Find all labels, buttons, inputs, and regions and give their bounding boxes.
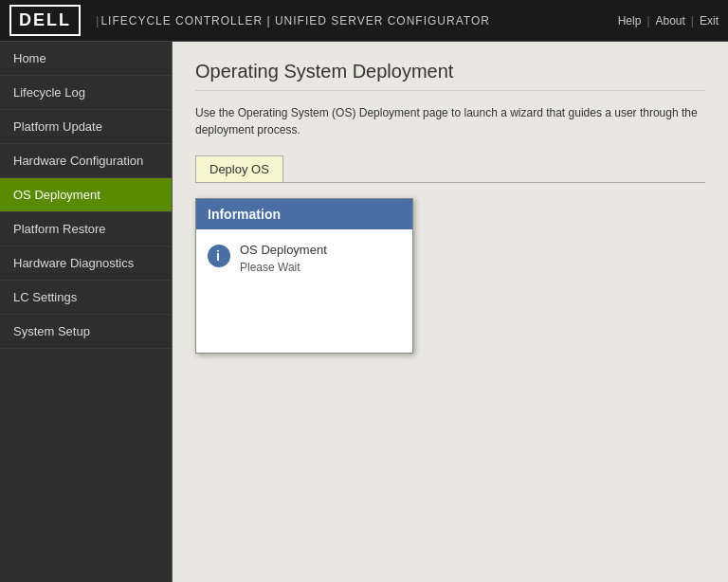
help-link[interactable]: Help	[618, 14, 642, 27]
sidebar-item-home[interactable]: Home	[0, 42, 172, 76]
exit-link[interactable]: Exit	[700, 14, 719, 27]
info-dialog-header: Information	[196, 199, 412, 229]
header-title: LIFECYCLE CONTROLLER | UNIFIED SERVER CO…	[100, 14, 490, 27]
sidebar-item-platform-restore[interactable]: Platform Restore	[0, 212, 172, 246]
sidebar-item-lc-settings[interactable]: LC Settings	[0, 281, 172, 315]
dell-logo: DELL	[9, 5, 81, 36]
app-name: LIFECYCLE CONTROLLER	[100, 14, 263, 27]
tab-row: Deploy OS	[195, 155, 705, 182]
header-separator-1: |	[96, 13, 99, 27]
info-text-block: OS Deployment Please Wait	[240, 243, 327, 274]
sidebar: HomeLifecycle LogPlatform UpdateHardware…	[0, 42, 173, 582]
info-os-label: OS Deployment	[240, 243, 327, 257]
content-area: Operating System Deployment Use the Oper…	[173, 42, 728, 582]
page-description: Use the Operating System (OS) Deployment…	[195, 104, 705, 138]
sidebar-item-hardware-configuration[interactable]: Hardware Configuration	[0, 144, 172, 178]
sidebar-item-lifecycle-log[interactable]: Lifecycle Log	[0, 76, 172, 110]
app-sub: UNIFIED SERVER CONFIGURATOR	[275, 14, 490, 27]
info-dialog-row: i OS Deployment Please Wait	[208, 243, 401, 274]
info-dialog-body: i OS Deployment Please Wait	[196, 229, 412, 353]
sidebar-item-hardware-diagnostics[interactable]: Hardware Diagnostics	[0, 246, 172, 281]
deploy-os-tab[interactable]: Deploy OS	[195, 155, 283, 182]
sidebar-item-platform-update[interactable]: Platform Update	[0, 110, 172, 144]
info-please-wait: Please Wait	[240, 261, 327, 274]
info-icon: i	[208, 245, 230, 267]
page-title: Operating System Deployment	[195, 61, 705, 91]
sidebar-item-os-deployment[interactable]: OS Deployment	[0, 178, 172, 212]
header-right-links: Help | About | Exit	[618, 14, 719, 27]
sep2: |	[691, 14, 694, 27]
main-layout: HomeLifecycle LogPlatform UpdateHardware…	[0, 42, 728, 582]
info-dialog: Information i OS Deployment Please Wait	[195, 198, 413, 354]
about-link[interactable]: About	[656, 14, 685, 27]
svg-text:i: i	[216, 248, 220, 264]
tab-underline	[195, 182, 705, 183]
sep1: |	[646, 14, 649, 27]
header-pipe: |	[266, 14, 274, 27]
sidebar-item-system-setup[interactable]: System Setup	[0, 315, 172, 349]
header-bar: DELL | LIFECYCLE CONTROLLER | UNIFIED SE…	[0, 0, 728, 42]
